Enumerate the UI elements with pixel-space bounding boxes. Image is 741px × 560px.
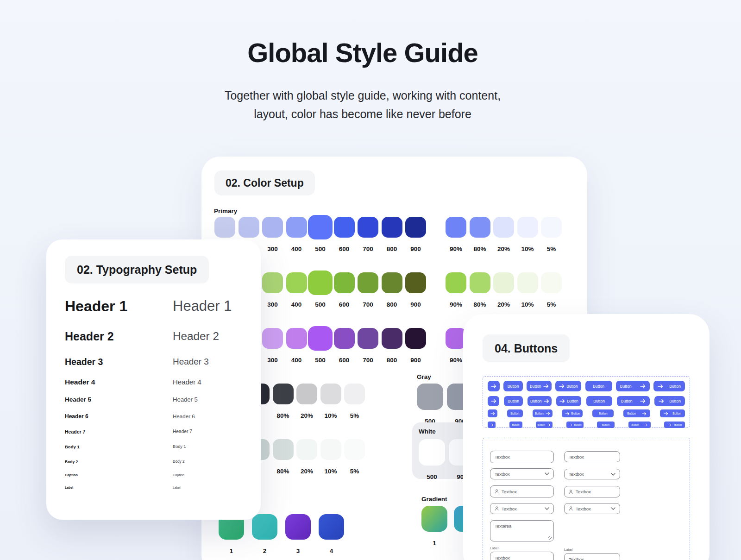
swatch-wrap	[382, 328, 402, 349]
color-swatch	[358, 217, 378, 238]
subtitle-line-2: layout, color has become like never befo…	[254, 107, 471, 120]
field-placeholder: Textbox	[569, 472, 584, 477]
swatch-label: 600	[339, 245, 350, 252]
button-label: Button	[674, 423, 682, 426]
swatch-wrap	[239, 217, 259, 238]
button-text-arrow[interactable]: Button	[527, 396, 552, 406]
swatch-label: 500	[315, 245, 326, 252]
button-spread-arrow-text[interactable]: Button	[660, 409, 685, 417]
subtitle-line-1: Together with global style guide, workin…	[225, 89, 501, 102]
select-input[interactable]: Textbox	[564, 503, 620, 514]
color-swatch-cell: 90%	[446, 272, 466, 308]
swatch-label: 80%	[473, 301, 486, 308]
button-label: Button	[566, 384, 578, 389]
button-text-wide[interactable]: Button	[585, 381, 612, 391]
form-showcase-box: TextboxTextboxTextboxTextboxTextboxTextb…	[483, 438, 690, 560]
color-swatch	[319, 514, 344, 540]
type-sample-bold: Header 7	[65, 429, 85, 434]
button-spread-text-arrow[interactable]: Button	[617, 396, 650, 406]
textbox-input[interactable]: Textbox	[564, 553, 620, 560]
swatch-label: 10%	[324, 468, 337, 475]
field-label: Label	[564, 547, 572, 552]
button-arrow-text[interactable]: Button	[562, 409, 583, 417]
button-text-arrow[interactable]: Button	[533, 409, 553, 417]
button-spread-arrow-text[interactable]: Button	[664, 422, 685, 428]
color-swatch	[239, 217, 259, 238]
scale-group: 300400500600700800900	[262, 272, 426, 308]
color-swatch	[262, 328, 283, 349]
color-swatch	[334, 328, 355, 349]
textbox-input[interactable]: Textbox	[490, 451, 554, 463]
person-icon	[569, 506, 573, 511]
button-spread-arrow-text[interactable]: Button	[654, 396, 685, 406]
button-spread-text-arrow[interactable]: Button	[628, 422, 651, 428]
arrow-right-icon	[491, 384, 496, 389]
button-spread-arrow-text[interactable]: Button	[653, 381, 685, 391]
swatch-wrap	[470, 272, 490, 293]
button-text[interactable]: Button	[509, 422, 522, 428]
arrow-right-icon	[640, 399, 646, 403]
button-text[interactable]: Button	[504, 396, 523, 406]
select-input[interactable]: Textbox	[490, 468, 554, 479]
color-swatch	[286, 217, 307, 238]
swatch-wrap	[262, 272, 283, 293]
button-icon[interactable]	[488, 381, 500, 391]
button-spread-text-arrow[interactable]: Button	[623, 409, 650, 417]
button-spread-text-arrow[interactable]: Button	[616, 381, 650, 391]
button-label: Button	[512, 423, 520, 426]
color-swatch	[382, 328, 402, 349]
button-icon[interactable]	[488, 396, 499, 406]
color-swatch	[252, 514, 277, 540]
textbox-input[interactable]: Textbox	[490, 485, 554, 497]
color-swatch-cell: 4	[319, 514, 344, 554]
tint-group: 80%20%10%5%	[249, 384, 365, 419]
field-placeholder: Textbox	[576, 506, 591, 511]
swatch-wrap	[541, 272, 562, 293]
button-text-arrow[interactable]: Button	[536, 422, 553, 428]
button-text-arrow[interactable]: Button	[527, 381, 552, 391]
person-icon	[495, 506, 499, 511]
field-placeholder: Textbox	[502, 506, 517, 511]
button-text-wide[interactable]: Button	[586, 396, 612, 406]
typography-row: Header 2Header 2	[65, 330, 245, 343]
textarea-input[interactable]: Textarea	[490, 520, 554, 541]
button-icon[interactable]	[488, 422, 496, 428]
textbox-input[interactable]: Textbox	[564, 451, 620, 462]
swatch-wrap	[493, 217, 514, 238]
button-label: Button	[599, 412, 608, 415]
color-swatch	[285, 514, 311, 540]
select-input[interactable]: Textbox	[490, 503, 554, 514]
field-placeholder: Textbox	[495, 454, 510, 459]
color-swatch-cell: 1	[219, 514, 244, 554]
button-label: Button	[574, 423, 582, 426]
color-swatch-cell: 800	[382, 272, 402, 308]
arrow-right-icon	[664, 412, 668, 415]
textbox-input[interactable]: Textbox	[564, 486, 620, 497]
swatch-wrap	[419, 439, 445, 466]
color-swatch	[286, 328, 307, 349]
textbox-input[interactable]: Textbox	[490, 552, 554, 560]
button-text-wide[interactable]: Button	[597, 422, 615, 428]
button-icon[interactable]	[488, 409, 497, 417]
gray-section-label: Gray	[417, 373, 431, 380]
color-swatch-cell: 80%	[273, 384, 294, 419]
buttons-heading: 04. Buttons	[483, 334, 570, 362]
button-text-wide[interactable]: Button	[592, 409, 614, 417]
button-arrow-text[interactable]: Button	[566, 422, 584, 428]
color-swatch-cell: 700	[358, 217, 378, 252]
button-text[interactable]: Button	[507, 409, 523, 417]
color-swatch	[541, 272, 562, 293]
swatch-label: 400	[291, 301, 302, 308]
swatch-wrap	[262, 217, 283, 238]
swatch-label: 600	[339, 301, 350, 308]
select-input[interactable]: Textbox	[564, 469, 620, 479]
swatch-wrap	[358, 328, 378, 349]
arrow-right-icon	[546, 423, 551, 427]
color-swatch	[421, 506, 447, 532]
swatch-wrap	[308, 272, 333, 293]
color-swatch	[517, 272, 538, 293]
button-arrow-text[interactable]: Button	[556, 396, 581, 406]
button-text[interactable]: Button	[503, 381, 523, 391]
button-arrow-text[interactable]: Button	[555, 381, 581, 391]
swatch-wrap	[262, 328, 283, 349]
